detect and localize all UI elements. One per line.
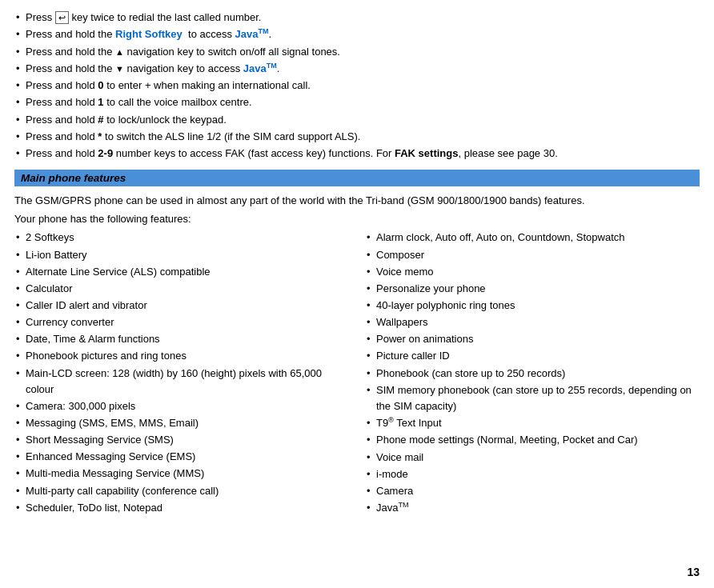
list-item: Voice memo xyxy=(365,264,700,280)
list-item: Phonebook (can store up to 250 records) xyxy=(365,366,700,382)
list-item: 2 Softkeys xyxy=(14,230,349,246)
list-item: 40-layer polyphonic ring tones xyxy=(365,298,700,314)
list-item: Power on animations xyxy=(365,331,700,347)
list-item: i-mode xyxy=(365,466,700,482)
list-item: Calculator xyxy=(14,281,349,297)
java-label-2: JavaTM xyxy=(243,62,277,74)
list-item: Caller ID alert and vibrator xyxy=(14,298,349,314)
intro-paragraph: The GSM/GPRS phone can be used in almost… xyxy=(14,193,700,209)
list-item: T9® Text Input xyxy=(365,415,700,431)
list-item: Multi-party call capability (conference … xyxy=(14,483,349,499)
bullet-right-softkey: Press and hold the Right Softkey to acce… xyxy=(14,26,700,42)
bullet-hold-2-9: Press and hold 2-9 number keys to access… xyxy=(14,146,700,162)
list-item: Camera xyxy=(365,483,700,499)
list-item: Scheduler, ToDo list, Notepad xyxy=(14,500,349,516)
list-item: JavaTM xyxy=(365,500,700,516)
left-features-col: 2 Softkeys Li-ion Battery Alternate Line… xyxy=(14,230,357,517)
bullet-redial: Press ↩ key twice to redial the last cal… xyxy=(14,10,700,26)
list-item: Composer xyxy=(365,247,700,263)
key-star: * xyxy=(98,130,102,142)
top-bullet-list: Press ↩ key twice to redial the last cal… xyxy=(14,10,700,162)
bullet-nav-down: Press and hold the ▼ navigation key to a… xyxy=(14,61,700,77)
list-item: Phonebook pictures and ring tones xyxy=(14,348,349,364)
key-hash: # xyxy=(98,114,103,126)
list-item: Enhanced Messaging Service (EMS) xyxy=(14,449,349,465)
list-item: Li-ion Battery xyxy=(14,247,349,263)
page-number: 13 xyxy=(687,566,700,578)
left-features-list: 2 Softkeys Li-ion Battery Alternate Line… xyxy=(14,230,349,515)
java-label-1: JavaTM xyxy=(235,28,269,40)
right-features-list: Alarm clock, Auto off, Auto on, Countdow… xyxy=(365,230,700,516)
list-item: Alarm clock, Auto off, Auto on, Countdow… xyxy=(365,230,700,246)
bullet-hold-0: Press and hold 0 to enter + when making … xyxy=(14,78,700,94)
list-item: Picture caller ID xyxy=(365,348,700,364)
main-phone-features-header: Main phone features xyxy=(14,170,700,186)
your-phone-text: Your phone has the following features: xyxy=(14,213,700,225)
features-columns: 2 Softkeys Li-ion Battery Alternate Line… xyxy=(14,230,700,517)
list-item: Camera: 300,000 pixels xyxy=(14,398,349,414)
list-item: Multi-media Messaging Service (MMS) xyxy=(14,466,349,482)
fak-settings-label: FAK settings xyxy=(395,147,458,159)
bullet-nav-up: Press and hold the ▲ navigation key to s… xyxy=(14,44,700,60)
key-2-9: 2-9 xyxy=(98,147,113,159)
key-icon: ↩ xyxy=(55,11,69,24)
right-features-col: Alarm clock, Auto off, Auto on, Countdow… xyxy=(357,230,700,517)
key-1: 1 xyxy=(98,96,103,108)
right-softkey-label: Right Softkey xyxy=(115,28,183,40)
key-0: 0 xyxy=(98,79,103,91)
list-item: Short Messaging Service (SMS) xyxy=(14,432,349,448)
list-item: Main-LCD screen: 128 (width) by 160 (hei… xyxy=(14,366,349,398)
bullet-hold-1: Press and hold 1 to call the voice mailb… xyxy=(14,94,700,110)
list-item: Phone mode settings (Normal, Meeting, Po… xyxy=(365,432,700,448)
list-item: Alternate Line Service (ALS) compatible xyxy=(14,264,349,280)
list-item: Personalize your phone xyxy=(365,281,700,297)
up-arrow-icon: ▲ xyxy=(115,47,124,57)
list-item: SIM memory phonebook (can store up to 25… xyxy=(365,382,700,414)
list-item: Wallpapers xyxy=(365,314,700,330)
list-item: Messaging (SMS, EMS, MMS, Email) xyxy=(14,415,349,431)
down-arrow-icon: ▼ xyxy=(115,64,124,74)
bullet-hold-hash: Press and hold # to lock/unlock the keyp… xyxy=(14,112,700,128)
list-item: Date, Time & Alarm functions xyxy=(14,331,349,347)
bullet-hold-star: Press and hold * to switch the ALS line … xyxy=(14,129,700,145)
list-item: Voice mail xyxy=(365,450,700,466)
list-item: Currency converter xyxy=(14,314,349,330)
